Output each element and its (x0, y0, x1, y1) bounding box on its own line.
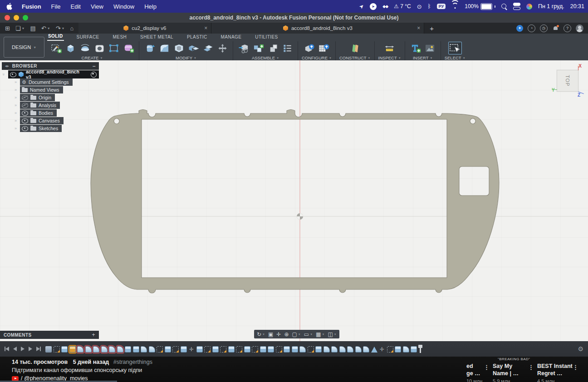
timeline-feature-sketch-30[interactable] (276, 346, 282, 353)
expand-chevron-icon[interactable]: » (14, 126, 18, 131)
timeline-feature-sketch-27[interactable] (252, 346, 258, 353)
timeline-feature-extrude-20[interactable] (196, 346, 203, 353)
activate-component-radio[interactable] (91, 72, 97, 78)
timeline-feature-fillet-36[interactable] (323, 346, 330, 353)
viewcube[interactable]: TOP X Y Z (557, 70, 578, 92)
ribbon-tab-mesh[interactable]: MESH (112, 34, 128, 41)
configuration-table-tool-icon[interactable] (317, 42, 331, 54)
minimize-window-button[interactable] (14, 15, 19, 20)
keyboard-layout-badge[interactable]: РУ (437, 4, 446, 9)
visibility-eye-icon[interactable] (22, 118, 28, 123)
timeline-feature-fillet-9[interactable] (109, 346, 115, 353)
timeline-feature-fillet-5[interactable] (77, 346, 83, 353)
close-window-button[interactable] (5, 15, 10, 20)
expand-chevron-icon[interactable]: » (14, 95, 18, 100)
weather-tray-item[interactable]: ⚠ 7 °C (394, 3, 411, 10)
ribbon-tab-plastic[interactable]: PLASTIC (186, 34, 208, 41)
go-to-start-button[interactable] (5, 347, 9, 351)
document-tab-accord8[interactable]: accord8_android_8inch v3 × (211, 23, 424, 34)
move-copy-tool-icon[interactable] (216, 42, 229, 54)
timeline-feature-extrude-35[interactable] (315, 346, 322, 353)
timeline-feature-fillet-41[interactable] (363, 346, 369, 353)
save-icon[interactable]: ▤ (28, 25, 38, 32)
tool-group-label-assemble[interactable]: ASSEMBLE▼ (252, 55, 279, 60)
viewcube-face-label[interactable]: TOP (565, 75, 570, 86)
timeline-feature-extrude-11[interactable] (125, 346, 131, 353)
joint-tool-icon[interactable] (251, 42, 265, 54)
play-button[interactable] (21, 347, 24, 351)
suggestion-title-2[interactable]: Say MyName | … (493, 362, 519, 377)
tool-group-label-insert[interactable]: INSERT▼ (413, 55, 433, 60)
timeline-feature-extrude-29[interactable] (268, 346, 274, 353)
suggestion-title-1[interactable]: edge … (466, 362, 480, 377)
timeline-feature-sketch-25[interactable] (236, 346, 242, 353)
tool-group-label-inspect[interactable]: INSPECT▼ (378, 55, 401, 60)
combine-tool-icon[interactable] (186, 42, 200, 54)
gems-tray-icon[interactable]: ◆◆ (382, 4, 388, 9)
timeline-feature-sketch-2[interactable] (54, 346, 60, 353)
browser-item-document-settings[interactable]: »⚙Document Settings (2, 78, 99, 86)
ribbon-tab-manage[interactable]: MANAGE (220, 34, 243, 41)
browser-item-analysis[interactable]: »Analysis (2, 102, 99, 109)
timeline-feature-extrude-28[interactable] (260, 346, 266, 353)
expand-chevron-icon[interactable]: » (14, 103, 18, 108)
revolve-tool-icon[interactable] (78, 42, 92, 54)
user-avatar[interactable] (576, 24, 583, 32)
visibility-eye-off-icon[interactable] (22, 103, 28, 108)
go-to-end-button[interactable] (36, 347, 41, 351)
expand-chevron-icon[interactable]: » (1, 73, 6, 77)
insert-text-tool-icon[interactable] (409, 42, 422, 54)
timeline-feature-fillet-14[interactable] (149, 346, 155, 353)
timeline-feature-sketch-44[interactable] (387, 346, 393, 353)
display-settings-button[interactable]: ▭▼ (304, 331, 313, 338)
timeline-feature-extrude-47[interactable] (411, 346, 417, 353)
menu-fusion[interactable]: Fusion (17, 3, 46, 10)
apple-logo-icon[interactable] (6, 3, 12, 10)
browser-item-named-views[interactable]: »Named Views (2, 86, 99, 93)
timeline-feature-extrude-18[interactable] (181, 346, 187, 353)
timeline-feature-canvas-1[interactable] (45, 346, 52, 353)
minimize-panel-icon[interactable]: − (93, 63, 96, 69)
timeline-feature-extrude-16[interactable] (165, 346, 171, 353)
suggestion-menu-icon-2[interactable]: ⋮ (528, 364, 534, 371)
ribbon-tab-utilities[interactable]: UTILITIES (254, 34, 279, 41)
menu-window[interactable]: Window (108, 3, 139, 10)
ribbon-tab-sheet-metal[interactable]: SHEET METAL (139, 34, 174, 41)
video-hashtag[interactable]: #strangerthings (113, 359, 152, 365)
timeline-feature-fillet-10[interactable] (117, 346, 123, 353)
panel-grip-icon[interactable]: ◂▸ (5, 64, 9, 68)
suggestion-title-3[interactable]: BEST InstantRegret … (537, 362, 573, 377)
comments-bar[interactable]: COMMENTS + (0, 331, 99, 339)
timeline-feature-sketch-21[interactable] (204, 346, 211, 353)
dash-panel-body[interactable] (91, 110, 499, 294)
tool-group-label-select[interactable]: SELECT▼ (445, 55, 466, 60)
rigid-group-tool-icon[interactable] (266, 42, 279, 54)
timeline-feature-extrude-4[interactable] (69, 346, 76, 353)
timeline-feature-extrude-32[interactable] (292, 346, 298, 353)
undo-icon[interactable]: ↶▼ (39, 25, 53, 32)
extrude-tool-icon[interactable] (64, 42, 77, 54)
bom-list-tool-icon[interactable] (280, 42, 294, 54)
timeline-feature-fillet-6[interactable] (85, 346, 92, 353)
browser-item-bodies[interactable]: »Bodies (2, 109, 99, 117)
close-tab-icon[interactable]: × (417, 25, 420, 31)
hole-tool-icon[interactable] (93, 42, 106, 54)
tool-group-label-modify[interactable]: MODIFY▼ (176, 55, 196, 60)
timeline-settings-gear-icon[interactable]: ⚙ (578, 345, 588, 353)
visibility-eye-off-icon[interactable] (22, 95, 28, 100)
menu-clock[interactable]: 20:31 (570, 3, 584, 10)
measure-tool-icon[interactable] (383, 42, 397, 54)
timeline-playhead[interactable] (420, 345, 421, 353)
wifi-icon[interactable] (451, 4, 459, 9)
zoom-window-button[interactable] (23, 15, 28, 20)
tool-group-label-configure[interactable]: CONFIGURE▼ (302, 55, 332, 60)
colored-status-dot-icon[interactable] (526, 4, 532, 10)
grid-layout-button[interactable]: ▦▼ (316, 331, 324, 338)
menu-file[interactable]: File (46, 3, 66, 10)
timeline-feature-sketch-15[interactable] (157, 346, 163, 353)
expand-chevron-icon[interactable]: » (14, 88, 18, 92)
timeline-feature-fillet-46[interactable] (403, 346, 409, 353)
timeline-feature-fillet-13[interactable] (141, 346, 147, 353)
navigation-tray-icon[interactable]: ➤ (370, 3, 377, 10)
bluetooth-icon[interactable]: ᛒ (428, 3, 431, 10)
